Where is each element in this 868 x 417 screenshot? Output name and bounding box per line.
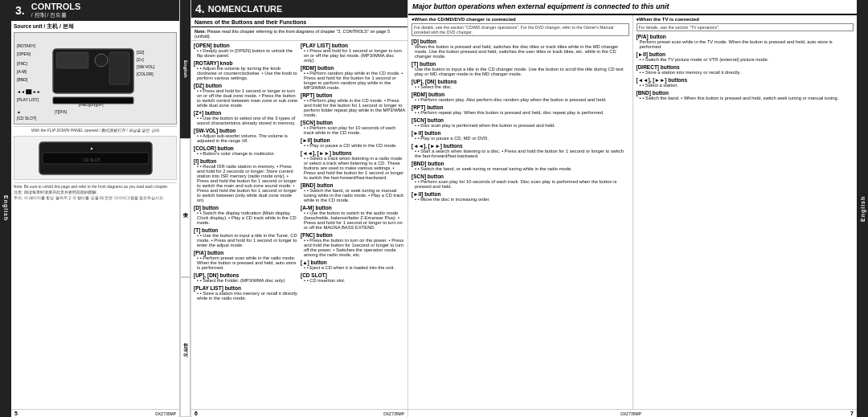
ext-btn-updn-name: [UP], [DN] buttons	[411, 79, 629, 84]
ext-btn-scn2: [SCN] button • Perform scan play for 10 …	[411, 174, 629, 189]
tv-btn-seek: [◄◄], [►►] buttons • Select a station.	[637, 77, 854, 88]
svg-text:[A-M]: [A-M]	[17, 69, 27, 74]
nom-title-en: NOMENCLATURE	[208, 4, 283, 14]
middle-tabs: English 中文 한국어	[180, 0, 191, 417]
btn-i-desc: • Recall ISR radio station in memory. • …	[194, 164, 298, 202]
nom-num: 4.	[195, 2, 205, 15]
btn-color: [COLOR] button • Button's color change t…	[194, 145, 298, 156]
btn-rdm: [RDM] button • Perform random play while…	[301, 65, 405, 90]
ext-btn-scn-name: [SCN] button	[411, 117, 629, 123]
cd-section-note: For details, see the section "CD/MD chan…	[411, 23, 629, 36]
btn-fnc-name: [FNC] button	[301, 232, 405, 238]
btn-am-name: [A-M] button	[301, 205, 405, 211]
ext-btn-play-name: [►II] button	[411, 130, 629, 136]
col-external: Major button operations when external eq…	[408, 0, 857, 417]
tab-chinese: 中文	[180, 138, 190, 278]
ext-btn-d: [D] button When the button is pressed an…	[411, 39, 629, 59]
controls-title-en: CONTROLS	[31, 2, 177, 11]
svg-text:▲: ▲	[89, 145, 93, 150]
btn-open-name: [OPEN] button	[194, 43, 298, 48]
btn-bnd-desc: • Switch the band, or seek tuning or man…	[301, 188, 405, 202]
ext-btn-rpt-name: [RPT] button	[411, 104, 629, 110]
svg-text:[Z+]: [Z+]	[137, 57, 144, 62]
nom-col-left: [OPEN] button • Deeply push in [OPEN] bu…	[194, 43, 298, 303]
ext-btn-rdm-desc: • Perform random play. Also perform disc…	[411, 97, 629, 102]
tv-btn-bnd: [BND] button • Switch the band. • When t…	[637, 90, 854, 100]
model-col1: DXZ735MP	[155, 411, 176, 416]
source-unit-label: Source unit / 主机 / 본체	[14, 22, 177, 30]
btn-scn: [SCN] button • Perform scan play for 10 …	[301, 120, 405, 135]
btn-bnd-name: [BND] button	[301, 182, 405, 188]
tv-section-note: For details, see the section "TV operati…	[637, 23, 854, 31]
tab-english: English	[180, 0, 190, 138]
svg-text:[COLOR]: [COLOR]	[137, 72, 154, 76]
btn-cdslot-desc: • CD insertion slot.	[301, 278, 405, 283]
btn-zplus: [Z+] button • Use the button to select o…	[194, 110, 298, 125]
cd-slot-diagram: ▲ CD SLOT	[14, 136, 177, 180]
svg-rect-22	[53, 97, 133, 104]
tv-btn-play-desc: • Switch the TV picture mode or VTR (ext…	[637, 57, 854, 62]
btn-scn-name: [SCN] button	[301, 120, 405, 125]
btn-pa-name: [P/A] button	[194, 250, 298, 256]
ext-btn-seek-desc: • Start a search when listening to a dis…	[411, 149, 629, 158]
btn-dz-name: [DZ] button	[194, 83, 298, 88]
btn-swvol-name: [SW-VOL] button	[194, 128, 298, 133]
btn-color-desc: • Button's color change to multicolor.	[194, 151, 298, 156]
page-num-col3: 7	[850, 411, 854, 416]
btn-playlist: [PLAY LIST] button • Store a station int…	[194, 285, 298, 300]
ext-header: Major button operations when external eq…	[408, 0, 857, 15]
btn-play-name: [►II] button	[301, 137, 405, 143]
btn-d: [D] button • Switch the display indicati…	[194, 205, 298, 225]
svg-text:[ROTARY]: [ROTARY]	[17, 43, 36, 48]
btn-fnc-desc: • Press the button to turn on the power.…	[301, 238, 405, 257]
btn-rpt-desc: • Perform play while in the CD mode. • P…	[301, 98, 405, 117]
tv-btn-pa-name: [P/A] button	[637, 34, 854, 39]
page-footer-col2: 6 DXZ735MP	[191, 409, 407, 417]
page-footer-col1: 5 DXZ735MP	[11, 409, 179, 417]
btn-rdm-desc: • Perform random play while in the CD mo…	[301, 71, 405, 90]
ext-btn-seek-name: [◄◄], [►►] buttons	[411, 143, 629, 149]
ext-btn-scn2-desc: • Perform scan play for 10 seconds of ea…	[411, 179, 629, 189]
tv-btn-seek-name: [◄◄], [►►] buttons	[637, 77, 854, 83]
ext-btn-seek: [◄◄], [►►] buttons • Start a search when…	[411, 143, 629, 158]
ext-btn-updn-desc: • Select the disc.	[411, 84, 629, 89]
nom-header: 4. NOMENCLATURE	[191, 0, 407, 18]
model-col2: DXZ735MP	[383, 411, 404, 416]
ext-tv-col: ●When the TV is connected For details, s…	[633, 15, 858, 409]
btn-playlist-desc: • Store a station into memory or recall …	[194, 291, 298, 300]
svg-text:[PLAY LIST]: [PLAY LIST]	[17, 97, 39, 102]
left-language-tab: English	[0, 0, 11, 417]
svg-text:[DZ]: [DZ]	[137, 50, 145, 55]
svg-rect-8	[56, 52, 88, 68]
svg-text:[FNC]: [FNC]	[17, 61, 28, 66]
device-diagram: [ROTARY] [OPEN] [FNC] [A-M] [BND] ◄◄ ██ …	[14, 32, 177, 125]
col-nomenclature: 4. NOMENCLATURE Names of the Buttons and…	[191, 0, 408, 417]
flip-note: With the FLIP DOWN PANEL opened / 翻式面板打开…	[14, 126, 177, 134]
nom-two-col: [OPEN] button • Deeply push in [OPEN] bu…	[194, 43, 405, 303]
ext-btn-d-desc: When the button is pressed and held, swi…	[411, 44, 629, 59]
btn-eject-name: [▲] button	[301, 260, 405, 265]
tv-btn-pa: [P/A] button Perform preset scan while i…	[637, 34, 854, 49]
btn-i: [I] button • Recall ISR radio station in…	[194, 158, 298, 202]
tv-section-title: ●When the TV is connected	[637, 17, 854, 22]
btn-am-desc: • Use the button to switch to the audio …	[301, 211, 405, 230]
model-col3: DXZ735MP	[411, 411, 850, 416]
controls-num: 3.	[11, 0, 29, 21]
tv-btn-direct-name: [DIRECT] buttons	[637, 64, 854, 70]
btn-dz-desc: • Press and hold for 1 second or longer …	[194, 88, 298, 108]
page-num-left: 5	[14, 411, 18, 416]
btn-t-desc: • Use the button to input a title in the…	[194, 233, 298, 247]
ext-btn-play2-desc: • Move the disc in increasing order.	[411, 197, 629, 202]
btn-eject: [▲] button • Eject a CD when it is loade…	[301, 260, 405, 270]
ext-btn-bnd2-desc: • Switch the band, or seek tuning or man…	[411, 166, 629, 171]
btn-color-name: [COLOR] button	[194, 145, 298, 151]
btn-updn-desc: • Select the Folder. (MP3/WMA disc only)	[194, 278, 298, 283]
btn-scn-desc: • Perform scan play for 10 seconds of ea…	[301, 125, 405, 135]
ext-btn-t-name: [T] button	[411, 61, 629, 67]
ext-btn-play2: [►II] button • Move the disc in increasi…	[411, 191, 629, 202]
btn-rpt-name: [RPT] button	[301, 92, 405, 98]
ext-btn-t: [T] button Use the button to input a tit…	[411, 61, 629, 76]
btn-playlist2-desc: • Press and hold for 1 second or longer …	[301, 48, 405, 63]
tv-btn-play: [►II] button • Switch the TV picture mod…	[637, 51, 854, 62]
names-section-title: Names of the Buttons and their Functions	[191, 18, 407, 27]
